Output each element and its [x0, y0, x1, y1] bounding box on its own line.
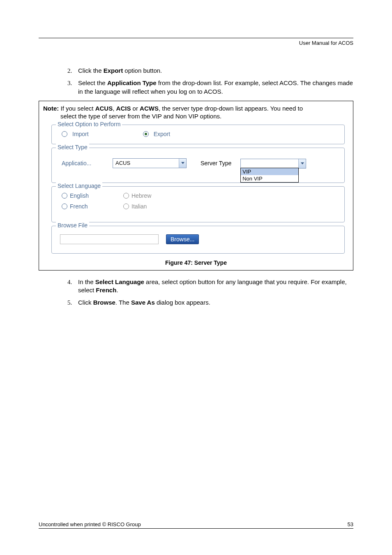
text-bold: Application Type — [107, 79, 157, 86]
text: , the server type drop-down list appears… — [159, 105, 303, 112]
text: If you select — [59, 105, 95, 112]
text: option button. — [123, 67, 162, 74]
figure-caption: Figure 47: Server Type — [43, 259, 349, 266]
hebrew-radio[interactable] — [123, 193, 129, 199]
server-type-option-vip[interactable]: VIP — [241, 168, 298, 175]
text: In the — [78, 278, 95, 285]
import-label: Import — [72, 131, 89, 137]
french-radio[interactable] — [62, 204, 67, 209]
hebrew-label: Hebrew — [131, 192, 151, 199]
browse-button[interactable]: Browse... — [166, 234, 199, 244]
server-type-options[interactable]: VIP Non VIP — [240, 168, 299, 183]
chevron-down-icon[interactable] — [298, 159, 306, 168]
text: Click the — [78, 67, 104, 74]
file-path-input[interactable] — [60, 234, 159, 244]
step-3: 3. Select the Application Type from the … — [67, 79, 353, 96]
step-4: 4. In the Select Language area, select o… — [67, 278, 353, 295]
export-radio[interactable] — [143, 131, 149, 137]
note-label: Note: — [43, 105, 59, 112]
text: , — [113, 105, 116, 112]
server-type-option-nonvip[interactable]: Non VIP — [241, 175, 298, 182]
step-number: 4. — [67, 278, 78, 295]
application-type-dropdown[interactable]: ACUS — [113, 158, 187, 168]
application-type-value: ACUS — [113, 160, 179, 166]
legend: Browse File — [56, 222, 89, 229]
text-bold: Export — [104, 67, 123, 74]
export-label: Export — [154, 131, 170, 137]
text: . — [116, 287, 118, 294]
text-bold: Save As — [131, 299, 155, 306]
import-radio[interactable] — [62, 131, 67, 137]
english-label: English — [70, 192, 89, 199]
legend: Select Type — [56, 144, 89, 150]
text: Click — [78, 299, 93, 306]
server-type-label: Server Type — [201, 160, 231, 166]
text-bold: ACIS — [116, 105, 131, 112]
english-radio[interactable] — [62, 193, 67, 199]
page-header: User Manual for ACOS — [39, 40, 353, 46]
text: dialog box appears. — [155, 299, 210, 306]
group-select-type: Select Type Applicatio... ACUS Server Ty… — [51, 148, 345, 183]
italian-radio[interactable] — [123, 204, 129, 209]
text: Select the — [78, 79, 107, 86]
text-bold: Browse — [93, 299, 115, 306]
footer-left: Uncontrolled when printed © RISCO Group — [39, 521, 141, 527]
step-5: 5. Click Browse. The Save As dialog box … — [67, 298, 353, 307]
step-number: 3. — [67, 79, 78, 96]
step-number: 2. — [67, 67, 78, 75]
text-bold: Select Language — [95, 278, 144, 285]
step-number: 5. — [67, 298, 78, 307]
legend: Select Language — [56, 183, 102, 189]
text: select the type of server from the VIP a… — [60, 112, 349, 120]
server-type-dropdown[interactable] — [240, 159, 306, 169]
text: or — [131, 105, 140, 112]
french-label: French — [70, 203, 88, 210]
text-bold: ACWS — [140, 105, 159, 112]
page-number: 53 — [348, 521, 353, 527]
group-browse-file: Browse File Browse... — [51, 226, 345, 254]
step-2: 2. Click the Export option button. — [67, 67, 353, 75]
text-bold: ACUS — [95, 105, 113, 112]
legend: Select Option to Perform — [56, 121, 122, 127]
text-bold: French — [96, 287, 116, 294]
italian-label: Italian — [131, 203, 147, 210]
application-type-label: Applicatio... — [62, 160, 107, 166]
chevron-down-icon[interactable] — [179, 159, 186, 168]
note-box: Note: If you select ACUS, ACIS or ACWS, … — [39, 101, 353, 271]
text: . The — [115, 299, 131, 306]
group-select-language: Select Language English Hebrew French It… — [51, 186, 345, 222]
group-select-option: Select Option to Perform Import Export — [51, 125, 345, 144]
